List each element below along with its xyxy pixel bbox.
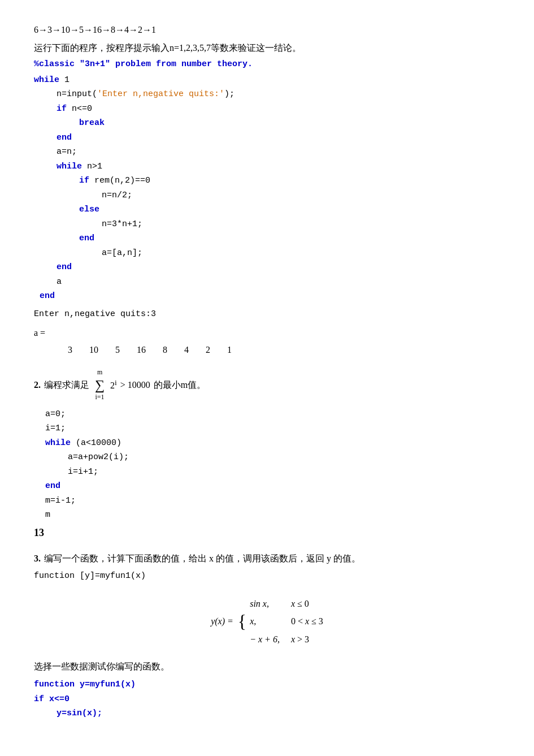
piecewise-expr-2: x, [250, 612, 291, 630]
array-output: 3 10 5 16 8 4 2 1 [68, 343, 500, 357]
piecewise-cond-2: 0 < x ≤ 3 [291, 612, 323, 630]
s2-line1: a=0; [45, 407, 500, 422]
s2-line6: end [45, 479, 500, 494]
piecewise-cond-3: x > 3 [291, 630, 323, 649]
section2-desc: 编程求满足 [44, 378, 89, 392]
section3: 3. 编写一个函数，计算下面函数的值，给出 x 的值，调用该函数后，返回 y 的… [34, 551, 500, 721]
impl-function-sig: y=myfun1(x) [80, 680, 136, 689]
s2-line2: i=1; [45, 421, 500, 436]
code-line-an: a=n; [57, 145, 500, 159]
piecewise-table: sin x, x ≤ 0 x, 0 < x ≤ 3 − x + 6, x > 3 [250, 595, 323, 649]
code-line-end3: end [57, 260, 500, 275]
arr-val-7: 1 [227, 343, 232, 357]
s2-line3: while (a<10000) [45, 436, 500, 451]
piecewise-expr-3: − x + 6, [250, 630, 291, 649]
sigma-notation: m ∑ i=1 [95, 367, 105, 402]
sigma-sup: m [97, 367, 102, 378]
section3-header: 3. 编写一个函数，计算下面函数的值，给出 x 的值，调用该函数后，返回 y 的… [34, 551, 500, 566]
piecewise-row-1: sin x, x ≤ 0 [250, 595, 323, 613]
sequence-line: 6→3→10→5→16→8→4→2→1 [34, 23, 500, 37]
s2-line5: i=i+1; [68, 465, 500, 479]
code-line-end4: end [40, 289, 500, 304]
section3-desc: 编写一个函数，计算下面函数的值，给出 x 的值，调用该函数后，返回 y 的值。 [44, 551, 361, 566]
arr-val-5: 4 [184, 343, 189, 357]
code-line-nn2: n=n/2; [102, 188, 500, 203]
formula-lhs: y(x) = [211, 614, 233, 629]
impl-ysin: y=sin(x); [57, 709, 102, 718]
code-line-while2: while n>1 [57, 159, 500, 174]
arr-val-4: 8 [163, 343, 167, 357]
code-line-3n1: n=3*n+1; [102, 217, 500, 232]
sigma-symbol: ∑ [95, 378, 105, 392]
section3-number: 3. [34, 551, 41, 566]
piecewise-cond-1: x ≤ 0 [291, 595, 323, 613]
piecewise-formula: y(x) = { sin x, x ≤ 0 x, 0 < x ≤ 3 − x +… [34, 595, 500, 649]
sequence-text: 6→3→10→5→16→8→4→2→1 [34, 25, 156, 34]
piecewise-expr-1: sin x, [250, 595, 291, 613]
section2-number: 2. [34, 378, 41, 392]
section2-result: 13 [34, 525, 500, 541]
description-text: 运行下面的程序，按程序提示输入n=1,2,3,5,7等数来验证这一结论。 [34, 43, 301, 53]
arr-val-1: 10 [89, 343, 98, 357]
keyword-while: while [34, 75, 59, 85]
s2-line8: m [45, 508, 500, 522]
code-line-end2: end [79, 231, 500, 246]
code-line-aan: a=[a,n]; [102, 246, 500, 261]
s2-line4: a=a+pow2(i); [68, 450, 500, 465]
code-block-1: while 1 n=input('Enter n,negative quits:… [34, 73, 500, 304]
piecewise-row-3: − x + 6, x > 3 [250, 630, 323, 649]
code-line-else: else [79, 202, 500, 217]
prompt-output: Enter n,negative quits:3 [34, 307, 500, 322]
section2-code: a=0; i=1; while (a<10000) a=a+pow2(i); i… [45, 407, 500, 522]
arr-val-6: 2 [206, 343, 210, 357]
impl-line3: y=sin(x); [57, 706, 500, 721]
impl-code: function y=myfun1(x) if x<=0 y=sin(x); [34, 677, 500, 721]
arr-val-3: 16 [137, 343, 146, 357]
section2-condition: > 10000 [120, 378, 150, 392]
code-line-if1: if n<=0 [57, 102, 500, 116]
a-label: a = [34, 326, 500, 340]
arr-val-0: 3 [68, 343, 72, 357]
comment-text: %classic "3n+1" problem from number theo… [34, 59, 253, 69]
impl-if-kw: if x<=0 [34, 694, 70, 704]
piecewise-row-2: x, 0 < x ≤ 3 [250, 612, 323, 630]
section3-func-decl: function [y]=myfun1(x) [34, 569, 500, 584]
section2-suffix: 的最小m值。 [154, 378, 206, 392]
impl-line2: if x<=0 [34, 692, 500, 707]
code-line-end1: end [57, 131, 500, 145]
code-line-if2: if rem(n,2)==0 [79, 174, 500, 188]
comment-line: %classic "3n+1" problem from number theo… [34, 57, 500, 72]
prompt-text: Enter n,negative quits:3 [34, 309, 156, 319]
code-line-break: break [79, 116, 500, 131]
description-line: 运行下面的程序，按程序提示输入n=1,2,3,5,7等数来验证这一结论。 [34, 41, 500, 55]
impl-function-kw: function [34, 680, 75, 689]
code-line-while1: while 1 [34, 73, 500, 88]
impl-line1: function y=myfun1(x) [34, 677, 500, 692]
code-line-input: n=input('Enter n,negative quits:'); [57, 87, 500, 102]
test-desc: 选择一些数据测试你编写的函数。 [34, 659, 500, 674]
brace-symbol: { [238, 612, 246, 630]
sigma-sub: i=1 [95, 392, 105, 403]
function-decl-text: function [y]=myfun1(x) [34, 571, 146, 581]
section2: 2. 编程求满足 m ∑ i=1 2i > 10000 的最小m值。 a=0; … [34, 367, 500, 541]
section2-header: 2. 编程求满足 m ∑ i=1 2i > 10000 的最小m值。 [34, 367, 500, 402]
arr-val-2: 5 [115, 343, 120, 357]
s2-line7: m=i-1; [45, 494, 500, 508]
code-line-a: a [57, 275, 500, 290]
